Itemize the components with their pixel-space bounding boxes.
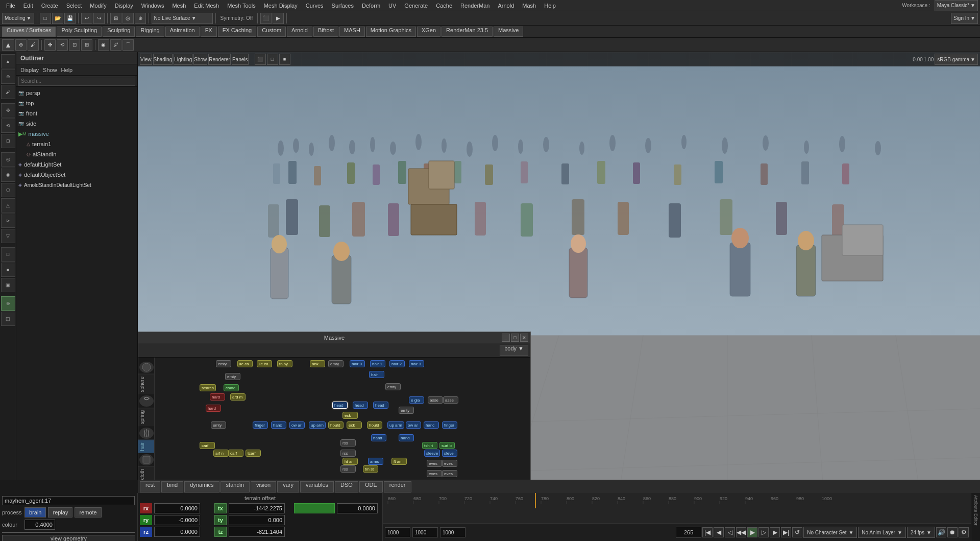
node-head2[interactable]: head [353, 402, 368, 409]
tree-item-aistandin[interactable]: ◎ aiStandIn [16, 149, 137, 159]
rx-input[interactable] [154, 503, 200, 513]
tab-custom[interactable]: Custom [257, 27, 286, 37]
menu-mesh[interactable]: Mesh [168, 2, 190, 10]
view-geometry-btn[interactable]: view geometry [2, 535, 135, 541]
hair-icon[interactable] [139, 428, 154, 439]
agent-name-input[interactable] [2, 496, 135, 505]
play-back-btn[interactable]: ◀◀ [736, 527, 746, 537]
node-ileca2[interactable]: ile ca [257, 360, 272, 367]
menu-modify[interactable]: Modify [86, 2, 110, 10]
tab-dso[interactable]: DSO [335, 481, 358, 492]
node-emty3[interactable]: emty [385, 383, 401, 390]
no-live-surface[interactable]: No Live Surface▼ [152, 13, 213, 24]
menu-edit[interactable]: Edit [19, 2, 37, 10]
tree-item-persp[interactable]: 📷 persp [16, 88, 137, 98]
body-dropdown[interactable]: body ▼ [500, 345, 528, 356]
no-character-set-dropdown[interactable]: No Character Set▼ [803, 527, 857, 538]
sidebar-move-tool[interactable]: ✤ [1, 103, 15, 117]
node-arfn[interactable]: arf n [213, 450, 229, 457]
tab-bind[interactable]: bind [161, 481, 183, 492]
node-arms[interactable]: arms [368, 458, 383, 465]
menu-display[interactable]: Display [111, 2, 137, 10]
sidebar-sculpt4[interactable]: △ [1, 198, 15, 213]
node-eves4[interactable]: eves [442, 470, 457, 477]
menu-mesh-tools[interactable]: Mesh Tools [223, 2, 259, 10]
tab-vision[interactable]: vision [251, 481, 276, 492]
node-tmst[interactable]: tm st [363, 465, 378, 473]
sidebar-snap1[interactable]: ⊕ [1, 296, 15, 311]
menu-generate[interactable]: Generate [400, 2, 432, 10]
go-end-btn[interactable]: ▶| [781, 527, 791, 537]
tab-massive[interactable]: Massive [494, 27, 523, 37]
speed-field-2[interactable] [412, 527, 438, 537]
ty-input[interactable] [229, 515, 285, 525]
mode-dropdown[interactable]: Modeling▼ [2, 13, 34, 24]
node-rss1[interactable]: rss [340, 439, 356, 446]
node-hair3[interactable]: hair 3 [409, 360, 424, 367]
tab-rigging[interactable]: Rigging [136, 27, 164, 37]
snap-grid-btn[interactable]: ⊞ [110, 13, 121, 24]
sidebar-render3[interactable]: ▣ [1, 278, 15, 292]
node-emty4[interactable]: emty [225, 373, 240, 380]
menu-help[interactable]: Help [540, 2, 560, 10]
sign-in-btn[interactable]: Sign In▼ [951, 13, 978, 24]
render-btn[interactable]: ⬛ [260, 13, 272, 24]
sidebar-rotate-tool[interactable]: ⟲ [1, 119, 15, 133]
node-hard1[interactable]: hard [210, 393, 225, 401]
tree-item-massive[interactable]: ▶ M massive [16, 129, 137, 139]
colour-value-input[interactable] [24, 520, 55, 530]
snap-curve-btn[interactable]: ◎ [122, 13, 134, 24]
save-btn[interactable]: 💾 [64, 13, 76, 24]
tab-render[interactable]: render [384, 481, 411, 492]
tz-input[interactable] [229, 527, 285, 537]
tab-poly-sculpting[interactable]: Poly Sculpting [57, 27, 102, 37]
srgb-dropdown[interactable]: sRGB gamma▼ [935, 54, 978, 65]
loop-btn[interactable]: ↺ [792, 527, 802, 537]
node-owar2[interactable]: ow ar [406, 421, 421, 429]
sidebar-label-spring[interactable]: spring [138, 408, 154, 426]
vp-wireframe-btn[interactable]: □ [267, 54, 278, 65]
tab-ode[interactable]: ODE [359, 481, 383, 492]
node-search[interactable]: search [200, 384, 216, 391]
tree-item-arnoldstandin[interactable]: ◈ ArnoldStandInDefaultLightSet [16, 180, 137, 190]
node-ftan[interactable]: ft an [391, 458, 407, 465]
node-ardm[interactable]: ard m [230, 393, 246, 401]
menu-mesh-display[interactable]: Mesh Display [260, 2, 302, 10]
node-hould2[interactable]: hould [367, 421, 382, 429]
node-finger1[interactable]: finger [253, 421, 268, 429]
sidebar-sculpt3[interactable]: ⬡ [1, 183, 15, 197]
attr-editor-label[interactable]: Attribute Editor [972, 493, 979, 528]
sidebar-paint-select[interactable]: 🖌 [1, 85, 15, 99]
sidebar-label-hair[interactable]: hair [138, 440, 154, 453]
tab-standin[interactable]: standin [220, 481, 250, 492]
render-seq-btn[interactable]: ▶ [273, 13, 284, 24]
node-hard2[interactable]: hard [206, 405, 221, 412]
node-eves1[interactable]: eves [427, 460, 442, 467]
ry-input[interactable] [154, 515, 200, 525]
lasso-tool-btn[interactable]: ⊕ [15, 39, 27, 51]
sidebar-render2[interactable]: ■ [1, 263, 15, 277]
tree-item-terrain[interactable]: △ terrain1 [16, 139, 137, 149]
terrain-val-input[interactable] [337, 503, 378, 513]
panel-close-btn[interactable]: ✕ [520, 334, 528, 342]
prev-key-btn[interactable]: ◁ [725, 527, 735, 537]
vp-shade-btn[interactable]: ■ [279, 54, 290, 65]
fps-dropdown[interactable]: 24 fps▼ [907, 527, 935, 538]
node-carf[interactable]: carf [200, 442, 215, 449]
tab-mash[interactable]: MASH [339, 27, 365, 37]
tab-arnold[interactable]: Arnold [287, 27, 312, 37]
open-btn[interactable]: 📂 [52, 13, 63, 24]
menu-select[interactable]: Select [62, 2, 86, 10]
node-emty6[interactable]: emty [211, 421, 226, 429]
outliner-tab-show[interactable]: Show [43, 67, 57, 73]
menu-renderman[interactable]: RenderMan [456, 2, 494, 10]
sidebar-lasso-tool[interactable]: ⊕ [1, 69, 15, 84]
menu-mash[interactable]: Mash [518, 2, 540, 10]
node-hair-main[interactable]: hair [369, 371, 384, 378]
vp-menu-lighting[interactable]: Lighting [174, 54, 192, 65]
vp-menu-renderer[interactable]: Renderer [208, 54, 231, 65]
sidebar-scale-tool[interactable]: ⊡ [1, 134, 15, 148]
node-uparm2[interactable]: up arm [387, 421, 404, 429]
select-tool-btn[interactable]: ▲ [2, 39, 14, 51]
tab-sculpting[interactable]: Sculpting [103, 27, 135, 37]
